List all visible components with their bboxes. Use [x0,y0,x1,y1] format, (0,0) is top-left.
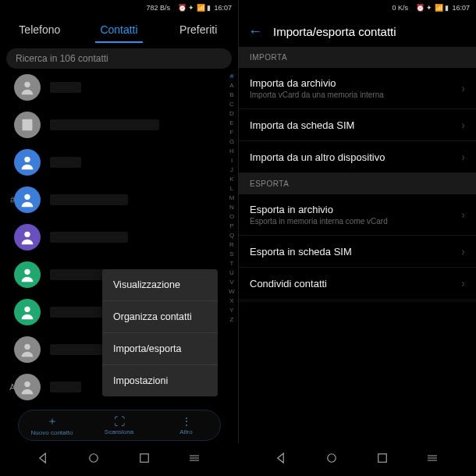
svg-point-12 [328,454,336,463]
chevron-right-icon: › [461,245,465,258]
alpha-V[interactable]: V [227,278,236,286]
svg-point-3 [24,194,30,200]
alpha-A[interactable]: A [227,81,236,90]
status-bar: 782 B/s ⏰ ✦ 📶 ▮ 16:07 [0,0,238,16]
bottom-toolbar: ＋Nuovo contatto ⛶Scansiona ⋮Altro [0,407,238,443]
svg-point-0 [24,82,30,87]
menu-organize[interactable]: Organizza contatti [102,301,218,333]
svg-point-2 [24,157,30,162]
svg-rect-1 [23,119,33,131]
import-sim[interactable]: Importa da scheda SIM › [239,109,476,141]
import-archive[interactable]: Importa da archivio Importa vCard da una… [239,68,476,109]
new-contact-button[interactable]: ＋Nuovo contatto [19,414,86,436]
alpha-#[interactable]: # [227,72,236,80]
chevron-right-icon: › [461,151,465,163]
alpha-W[interactable]: W [227,287,236,296]
svg-point-10 [90,454,98,463]
more-button[interactable]: ⋮Altro [153,415,220,435]
alpha-S[interactable]: S [227,250,236,258]
net-speed: 0 K/s [392,4,408,12]
scan-button[interactable]: ⛶Scansiona [86,415,153,435]
alpha-L[interactable]: L [227,184,236,193]
alpha-R[interactable]: R [227,240,236,249]
status-icons: ⏰ ✦ 📶 ▮ [416,4,449,12]
alpha-J[interactable]: J [227,165,236,174]
tab-favorites[interactable]: Preferiti [158,17,238,42]
chevron-right-icon: › [461,277,465,290]
alpha-T[interactable]: T [227,259,236,268]
page-title: Importa/esporta contatti [273,25,396,38]
plus-icon: ＋ [47,414,58,428]
import-device[interactable]: Importa da un altro dispositivo › [239,141,476,173]
alpha-M[interactable]: M [227,194,236,202]
clock: 16:07 [214,4,232,12]
section-export: ESPORTA [239,173,476,194]
alpha-index[interactable]: #ABCDEFGHIJKLMNOPQRSTUVWXYZ [227,72,236,403]
alpha-K[interactable]: K [227,175,236,183]
chevron-right-icon: › [461,82,465,94]
share-contacts[interactable]: Condividi contatti › [239,268,476,302]
alpha-Z[interactable]: Z [227,315,236,324]
tab-header: Telefono Contatti Preferiti [0,16,238,44]
nav-recent[interactable] [375,451,389,468]
more-icon: ⋮ [181,415,192,428]
header: ← Importa/esporta contatti [239,16,476,47]
svg-point-8 [24,382,30,387]
svg-point-4 [24,232,30,237]
alpha-O[interactable]: O [227,212,236,221]
section-import: IMPORTA [239,47,476,68]
nav-extra[interactable] [187,451,201,468]
alpha-P[interactable]: P [227,222,236,230]
clock: 16:07 [452,4,470,12]
alpha-Y[interactable]: Y [227,306,236,314]
alpha-D[interactable]: D [227,109,236,118]
overflow-menu: Visualizzazione Organizza contatti Impor… [102,269,218,396]
nav-back[interactable] [37,451,51,468]
status-bar: 0 K/s ⏰ ✦ 📶 ▮ 16:07 [239,0,476,16]
nav-home[interactable] [87,451,101,468]
tab-contacts[interactable]: Contatti [80,17,159,42]
alpha-C[interactable]: C [227,100,236,108]
alpha-Q[interactable]: Q [227,231,236,240]
chevron-right-icon: › [461,119,465,131]
svg-point-7 [24,344,30,350]
nav-recent[interactable] [137,451,151,468]
menu-settings[interactable]: Impostazioni [102,365,218,396]
svg-point-5 [24,269,30,275]
nav-back[interactable] [275,451,289,468]
import-export-screen: 0 K/s ⏰ ✦ 📶 ▮ 16:07 ← Importa/esporta co… [238,0,476,443]
scan-icon: ⛶ [114,415,125,428]
alpha-F[interactable]: F [227,128,236,137]
alpha-B[interactable]: B [227,91,236,99]
alpha-U[interactable]: U [227,268,236,277]
alpha-H[interactable]: H [227,147,236,155]
menu-view[interactable]: Visualizzazione [102,269,218,301]
net-speed: 782 B/s [146,4,170,12]
svg-point-6 [24,307,30,312]
tab-phone[interactable]: Telefono [0,17,80,42]
contacts-screen: 782 B/s ⏰ ✦ 📶 ▮ 16:07 Telefono Contatti … [0,0,238,443]
export-sim[interactable]: Esporta in scheda SIM › [239,236,476,268]
alpha-G[interactable]: G [227,137,236,146]
menu-import-export[interactable]: Importa/esporta [102,333,218,365]
svg-rect-13 [378,454,387,463]
android-navbar [0,443,476,476]
alpha-E[interactable]: E [227,119,236,127]
alpha-N[interactable]: N [227,203,236,211]
alpha-X[interactable]: X [227,297,236,305]
alpha-I[interactable]: I [227,156,236,165]
status-icons: ⏰ ✦ 📶 ▮ [178,4,211,12]
chevron-right-icon: › [461,208,465,221]
svg-rect-11 [140,454,149,463]
back-arrow-icon[interactable]: ← [248,23,262,40]
export-archive[interactable]: Esporta in archivio Esporta in memoria i… [239,194,476,236]
search-input[interactable]: Ricerca in 106 contatti [6,48,232,69]
nav-home[interactable] [325,451,339,468]
nav-extra[interactable] [425,451,439,468]
